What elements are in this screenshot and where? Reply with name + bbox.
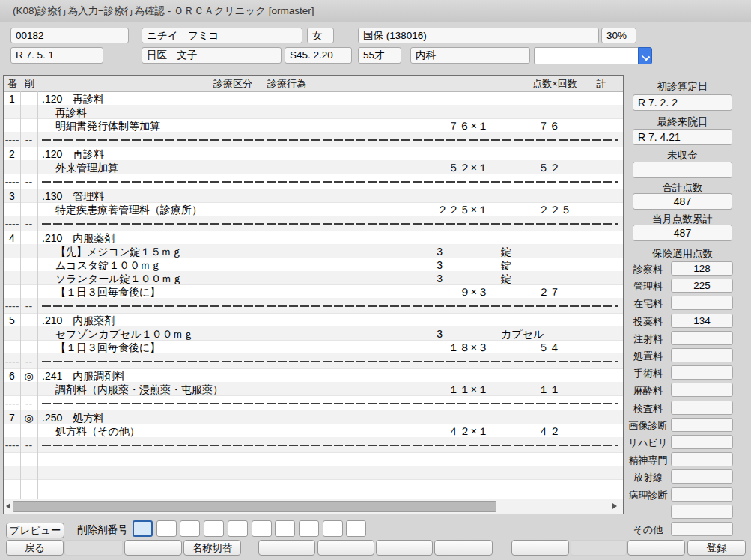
name-toggle-button[interactable]: 名称切替 <box>183 540 241 556</box>
table-row[interactable]: ソランタール錠１００ｍｇ3錠 <box>4 272 623 285</box>
separator-line <box>42 403 618 404</box>
category-points-field <box>671 469 733 484</box>
separator-line <box>42 139 618 141</box>
insurance-field[interactable]: 国保 (138016) <box>358 28 599 43</box>
table-separator-row[interactable]: ------ <box>4 396 623 411</box>
delete-number-input-5[interactable] <box>228 520 248 537</box>
delete-number-input-2[interactable] <box>156 520 177 537</box>
back-button[interactable]: 戻る <box>6 540 64 556</box>
sex-field[interactable]: 女 <box>307 28 334 43</box>
table-row[interactable]: 再診料 <box>4 106 623 119</box>
category-label: 画像診断 <box>627 419 669 432</box>
category-points-field <box>671 522 733 536</box>
table-row[interactable]: 処方料（その他）４２×１４２ <box>4 424 623 438</box>
delete-number-input-8[interactable] <box>299 520 319 537</box>
fn-key-9[interactable] <box>511 540 569 556</box>
table-row[interactable]: 外来管理加算５２×１５２ <box>4 161 623 174</box>
points-total: １１ <box>538 383 561 396</box>
table-row[interactable]: 【１日３回毎食後に】１８×３５４ <box>4 341 623 354</box>
category-label: 在宅料 <box>627 297 669 310</box>
register-button[interactable]: 登録 <box>687 540 746 556</box>
table-separator-row[interactable]: ------ <box>4 299 623 314</box>
preview-button[interactable]: プレビュー <box>6 523 64 538</box>
table-separator-row[interactable]: ------ <box>4 438 623 453</box>
age-field[interactable]: 55才 <box>358 47 401 64</box>
table-row[interactable]: 1.120 再診料 <box>4 92 623 106</box>
points-times: １１×１ <box>378 383 489 396</box>
act-text: ムコスタ錠１００ｍｇ <box>55 259 161 272</box>
scroll-right-arrow-icon[interactable] <box>612 503 617 509</box>
category-points-field <box>671 452 733 466</box>
category-points-field: 134 <box>671 314 733 328</box>
category-points-field <box>671 365 733 380</box>
table-separator-row[interactable]: ------ <box>4 133 623 147</box>
act-text: .210 内服薬剤 <box>42 314 115 327</box>
row-number: 5 <box>4 314 20 327</box>
category-label: 精神専門 <box>627 454 669 466</box>
last-visit-field[interactable]: R 7. 4.21 <box>633 129 732 145</box>
delete-number-input-1[interactable] <box>133 520 153 537</box>
points-times: ７６×１ <box>378 120 489 133</box>
fn-key-7[interactable] <box>376 540 433 556</box>
fn-key-5[interactable] <box>258 540 315 556</box>
table-row[interactable]: 【先】メジコン錠１５ｍｇ3錠 <box>4 245 623 258</box>
act-text: .120 再診料 <box>42 148 104 161</box>
table-separator-row[interactable]: ------ <box>4 216 623 231</box>
fn-key-11[interactable] <box>627 540 685 556</box>
table-row[interactable]: 明細書発行体制等加算７６×１７６ <box>4 119 623 133</box>
dropdown-field[interactable] <box>534 47 638 64</box>
fn-key-6[interactable] <box>317 540 374 556</box>
category-points-field <box>671 331 733 345</box>
row-number: 7 <box>4 412 20 424</box>
category-label: 手術料 <box>627 367 669 380</box>
separator-number: ---- <box>4 300 20 313</box>
separator-delete: -- <box>20 439 37 452</box>
scrollbar-thumb[interactable] <box>13 501 496 512</box>
category-label: 注射料 <box>627 332 669 345</box>
table-row[interactable]: 特定疾患療養管理料（診療所）２２５×１２２５ <box>4 203 623 216</box>
table-row[interactable]: ムコスタ錠１００ｍｇ3錠 <box>4 258 623 272</box>
birth-date-field[interactable]: S45. 2.20 <box>285 47 352 64</box>
patient-kana-field[interactable]: ニチイ フミコ <box>142 28 302 43</box>
table-row[interactable]: 4.210 内服薬剤 <box>4 231 623 245</box>
department-field[interactable]: 内科 <box>410 47 530 64</box>
table-separator-row[interactable]: ------ <box>4 174 623 189</box>
table-header: 番号 削除 診療区分 診療行為 点数×回数 計 <box>4 76 623 92</box>
table-row[interactable]: 調剤料（内服薬・浸煎薬・屯服薬）１１×１１１ <box>4 383 623 396</box>
act-text: .250 処方料 <box>42 412 104 424</box>
delete-number-input-3[interactable] <box>180 520 200 537</box>
patient-name-field[interactable]: 日医 文子 <box>142 47 282 64</box>
delete-number-input-4[interactable] <box>204 520 224 537</box>
table-row[interactable]: 2.120 再診料 <box>4 147 623 161</box>
first-calc-field[interactable]: R 7. 2. 2 <box>633 94 732 111</box>
points-times: ２２５×１ <box>378 204 489 216</box>
fn-key-8[interactable] <box>434 540 493 556</box>
table-row[interactable]: 3.130 管理料 <box>4 189 623 203</box>
table-row[interactable]: 6◎.241 内服調剤料 <box>4 369 623 383</box>
month-points-field: 487 <box>633 225 732 241</box>
patient-id-field[interactable]: 00182 <box>10 28 129 43</box>
table-row[interactable]: 5.210 内服薬剤 <box>4 314 623 327</box>
fn-key-3[interactable] <box>124 540 182 556</box>
separator-number: ---- <box>4 398 20 410</box>
auto-calc-mark: ◎ <box>20 412 37 424</box>
delete-number-input-7[interactable] <box>275 520 295 537</box>
points-total: ４２ <box>538 425 561 438</box>
scroll-left-arrow-icon[interactable] <box>6 503 10 509</box>
visit-date-field[interactable]: R 7. 5. 1 <box>10 47 103 64</box>
table-separator-row[interactable]: ------ <box>4 354 623 369</box>
table-row[interactable]: 【１日３回毎食後に】９×３２７ <box>4 285 623 299</box>
table-row[interactable]: 7◎.250 処方料 <box>4 411 623 424</box>
separator-line <box>42 361 618 362</box>
delete-number-input-9[interactable] <box>323 520 343 537</box>
act-text: セフゾンカプセル１００ｍｇ <box>55 328 194 341</box>
text-cursor <box>142 523 142 534</box>
delete-number-input-6[interactable] <box>252 520 272 537</box>
category-label: 投薬料 <box>627 315 669 328</box>
delete-number-input-10[interactable] <box>346 520 366 537</box>
unpaid-field[interactable] <box>633 162 732 178</box>
medical-act-table: 番号 削除 診療区分 診療行為 点数×回数 計 1.120 再診料再診料明細書発… <box>3 75 624 514</box>
header-total: 計 <box>579 76 624 91</box>
table-row[interactable]: セフゾンカプセル１００ｍｇ3カプセル <box>4 327 623 341</box>
horizontal-scrollbar[interactable] <box>4 499 623 514</box>
